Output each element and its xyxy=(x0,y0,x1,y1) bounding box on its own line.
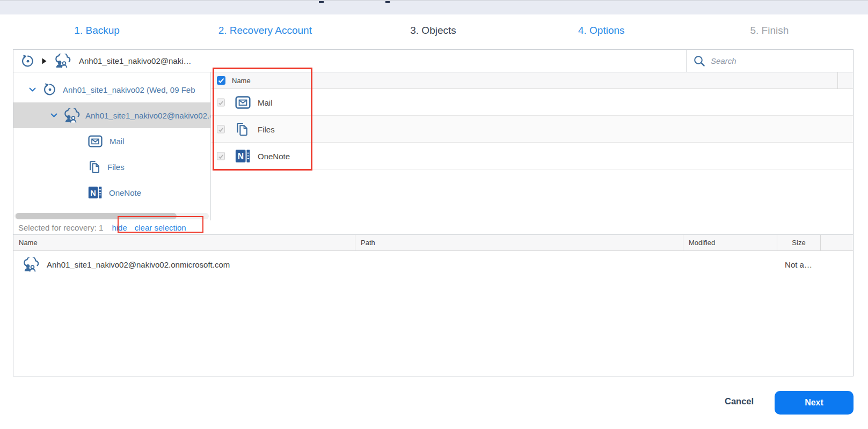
clear-selection-link[interactable]: clear selection xyxy=(135,223,186,232)
wizard-step-backup[interactable]: 1. Backup xyxy=(13,25,181,36)
search-box xyxy=(686,50,853,72)
recovery-list-row[interactable]: Anh01_site1_nakivo02@nakivo02.onmicrosof… xyxy=(13,251,853,278)
header-end-column xyxy=(837,72,853,89)
backup-tree-pane: Anh01_site1_nakivo02 (Wed, 09 Feb Anh01_… xyxy=(13,72,211,220)
object-row-label: Files xyxy=(258,124,275,134)
tree-node-label: Anh01_site1_nakivo02 (Wed, 09 Feb xyxy=(63,85,195,94)
clipped-text-artifact xyxy=(319,1,324,3)
select-all-checkbox[interactable] xyxy=(217,76,225,85)
onenote-icon: N xyxy=(88,186,102,199)
clipped-text-artifact xyxy=(385,1,390,3)
tree-node-label: Mail xyxy=(110,137,125,146)
svg-text:N: N xyxy=(238,151,244,160)
wizard-step-finish: 5. Finish xyxy=(685,25,854,36)
onenote-icon: N xyxy=(235,149,250,163)
row-checkbox-disabled xyxy=(217,152,225,160)
search-input[interactable] xyxy=(711,56,823,65)
wizard-step-objects[interactable]: 3. Objects xyxy=(349,25,517,36)
tree-horizontal-scrollbar[interactable] xyxy=(14,213,209,219)
objects-table: Name Mail xyxy=(211,72,853,220)
recovery-item-size: Not a… xyxy=(777,251,820,278)
objects-browser: Anh01_site1_nakivo02 (Wed, 09 Feb Anh01_… xyxy=(13,72,853,220)
cancel-button[interactable]: Cancel xyxy=(725,396,754,406)
breadcrumb[interactable]: Anh01_site1_nakivo02@naki… xyxy=(21,50,192,72)
recovery-item-modified xyxy=(683,251,777,278)
account-icon xyxy=(63,108,81,123)
tree-node-label: Files xyxy=(107,162,125,172)
tree-node-files[interactable]: Files xyxy=(13,154,211,180)
wizard-step-options[interactable]: 4. Options xyxy=(517,25,685,36)
objects-step-panel: Anh01_site1_nakivo02@naki… xyxy=(13,49,854,376)
recovery-item-path xyxy=(355,251,683,278)
next-button[interactable]: Next xyxy=(775,391,854,415)
column-header-end xyxy=(820,235,853,250)
chevron-down-icon[interactable] xyxy=(49,111,59,120)
column-header-path[interactable]: Path xyxy=(355,235,683,250)
wizard-steps: 1. Backup 2. Recovery Account 3. Objects… xyxy=(13,25,854,36)
wizard-step-recovery-account[interactable]: 2. Recovery Account xyxy=(181,25,349,36)
column-header-name[interactable]: Name xyxy=(13,235,355,250)
object-row-label: OneNote xyxy=(258,151,290,160)
row-checkbox-disabled xyxy=(217,125,225,133)
tree-node-label: Anh01_site1_nakivo02@nakivo02.onmicrosof… xyxy=(85,111,211,120)
mail-icon xyxy=(235,95,251,109)
tree-node-onenote[interactable]: N OneNote xyxy=(13,180,211,205)
account-icon xyxy=(22,257,40,272)
recovery-wizard-page: { "wizard_steps": [ { "label": "1. Backu… xyxy=(0,0,868,429)
object-row-files[interactable]: Files xyxy=(211,116,853,143)
files-icon xyxy=(235,122,249,136)
recovery-list: Name Path Modified Size Anh01_site1_naki… xyxy=(13,235,853,278)
account-icon xyxy=(54,54,72,68)
tree-node-account-selected[interactable]: Anh01_site1_nakivo02@nakivo02.onmicrosof… xyxy=(13,102,211,128)
recovery-point-icon xyxy=(43,83,57,97)
mail-icon xyxy=(88,135,103,147)
selection-bar: Selected for recovery: 1 hide clear sele… xyxy=(13,220,853,235)
top-clipped-band xyxy=(0,0,868,14)
tree-scrollbar-thumb[interactable] xyxy=(16,213,177,219)
files-icon xyxy=(88,160,100,174)
column-header-name[interactable]: Name xyxy=(232,77,251,85)
row-checkbox-disabled xyxy=(217,98,225,106)
objects-table-header: Name xyxy=(211,72,853,89)
object-row-label: Mail xyxy=(258,98,273,107)
recovery-item-name: Anh01_site1_nakivo02@nakivo02.onmicrosof… xyxy=(47,260,230,269)
object-row-onenote[interactable]: N OneNote xyxy=(211,143,853,169)
tree-node-recovery-point[interactable]: Anh01_site1_nakivo02 (Wed, 09 Feb xyxy=(13,77,211,102)
recovery-point-icon xyxy=(21,54,35,68)
selection-summary: Selected for recovery: 1 xyxy=(18,223,103,232)
breadcrumb-account-label: Anh01_site1_nakivo02@naki… xyxy=(79,56,192,65)
svg-text:N: N xyxy=(90,189,96,197)
column-header-modified[interactable]: Modified xyxy=(683,235,777,250)
tree-node-label: OneNote xyxy=(109,188,141,197)
chevron-down-icon[interactable] xyxy=(28,85,37,94)
hide-link[interactable]: hide xyxy=(112,223,127,232)
breadcrumb-arrow-icon xyxy=(42,58,47,64)
breadcrumb-toolbar: Anh01_site1_nakivo02@naki… xyxy=(13,50,853,72)
tree-node-mail[interactable]: Mail xyxy=(13,128,211,154)
recovery-list-header: Name Path Modified Size xyxy=(13,235,853,251)
object-row-mail[interactable]: Mail xyxy=(211,89,853,116)
search-icon xyxy=(693,55,706,68)
column-header-size[interactable]: Size xyxy=(777,235,820,250)
